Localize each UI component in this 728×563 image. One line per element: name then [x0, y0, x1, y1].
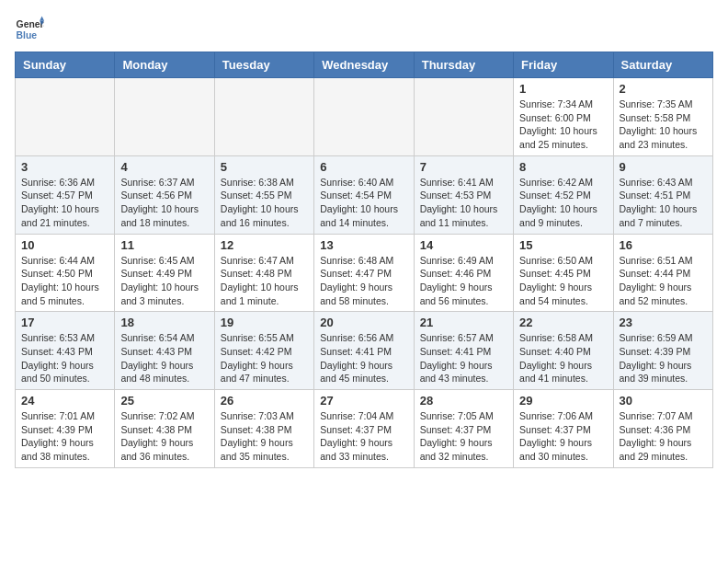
calendar-day-cell: 16Sunrise: 6:51 AMSunset: 4:44 PMDayligh…: [613, 234, 712, 312]
column-header-monday: Monday: [115, 52, 214, 78]
day-info: Sunrise: 6:47 AMSunset: 4:48 PMDaylight:…: [221, 254, 308, 308]
calendar-day-cell: 14Sunrise: 6:49 AMSunset: 4:46 PMDayligh…: [414, 234, 513, 312]
day-info: Sunrise: 6:44 AMSunset: 4:50 PMDaylight:…: [21, 254, 108, 308]
day-number: 8: [519, 160, 607, 174]
column-header-friday: Friday: [514, 52, 613, 78]
calendar-day-cell: 28Sunrise: 7:05 AMSunset: 4:37 PMDayligh…: [414, 390, 513, 468]
calendar-week-row: 24Sunrise: 7:01 AMSunset: 4:39 PMDayligh…: [16, 390, 713, 468]
svg-marker-2: [40, 17, 44, 21]
calendar-day-cell: 19Sunrise: 6:55 AMSunset: 4:42 PMDayligh…: [214, 312, 313, 390]
day-info: Sunrise: 6:50 AMSunset: 4:45 PMDaylight:…: [519, 254, 607, 308]
day-number: 5: [221, 160, 308, 174]
day-info: Sunrise: 7:35 AMSunset: 5:58 PMDaylight:…: [620, 98, 707, 152]
calendar-day-cell: 29Sunrise: 7:06 AMSunset: 4:37 PMDayligh…: [514, 390, 613, 468]
day-number: 3: [21, 160, 108, 174]
day-number: 25: [120, 394, 208, 408]
calendar-day-cell: [214, 78, 313, 156]
day-info: Sunrise: 7:34 AMSunset: 6:00 PMDaylight:…: [519, 98, 607, 152]
day-number: 30: [620, 394, 707, 408]
logo: General Blue: [15, 15, 44, 44]
day-info: Sunrise: 6:58 AMSunset: 4:40 PMDaylight:…: [519, 331, 607, 385]
day-info: Sunrise: 6:41 AMSunset: 4:53 PMDaylight:…: [420, 176, 507, 230]
column-header-thursday: Thursday: [414, 52, 513, 78]
day-number: 29: [519, 394, 607, 408]
day-info: Sunrise: 6:36 AMSunset: 4:57 PMDaylight:…: [21, 176, 108, 230]
calendar-day-cell: 15Sunrise: 6:50 AMSunset: 4:45 PMDayligh…: [514, 234, 613, 312]
day-number: 10: [21, 238, 108, 252]
day-number: 15: [519, 238, 607, 252]
day-number: 17: [21, 316, 108, 329]
day-info: Sunrise: 6:54 AMSunset: 4:43 PMDaylight:…: [120, 331, 208, 385]
calendar-day-cell: 23Sunrise: 6:59 AMSunset: 4:39 PMDayligh…: [613, 312, 712, 390]
day-number: 24: [21, 394, 108, 408]
calendar-day-cell: 4Sunrise: 6:37 AMSunset: 4:56 PMDaylight…: [115, 155, 214, 234]
calendar-day-cell: 6Sunrise: 6:40 AMSunset: 4:54 PMDaylight…: [314, 155, 414, 234]
day-number: 13: [320, 238, 407, 252]
day-number: 2: [620, 82, 707, 96]
svg-text:General: General: [17, 19, 44, 29]
calendar-day-cell: 9Sunrise: 6:43 AMSunset: 4:51 PMDaylight…: [613, 155, 712, 234]
calendar-day-cell: [414, 78, 513, 156]
day-number: 19: [221, 316, 308, 329]
day-number: 16: [620, 238, 707, 252]
day-info: Sunrise: 7:05 AMSunset: 4:37 PMDaylight:…: [420, 409, 507, 464]
calendar-day-cell: 30Sunrise: 7:07 AMSunset: 4:36 PMDayligh…: [613, 390, 712, 468]
day-info: Sunrise: 6:53 AMSunset: 4:43 PMDaylight:…: [21, 331, 108, 385]
day-info: Sunrise: 6:38 AMSunset: 4:55 PMDaylight:…: [221, 176, 308, 230]
calendar-day-cell: [115, 78, 214, 156]
calendar-day-cell: 24Sunrise: 7:01 AMSunset: 4:39 PMDayligh…: [16, 390, 115, 468]
day-number: 12: [221, 238, 308, 252]
column-header-saturday: Saturday: [613, 52, 712, 78]
day-info: Sunrise: 6:42 AMSunset: 4:52 PMDaylight:…: [519, 176, 607, 230]
day-info: Sunrise: 7:07 AMSunset: 4:36 PMDaylight:…: [620, 409, 707, 464]
calendar-day-cell: 26Sunrise: 7:03 AMSunset: 4:38 PMDayligh…: [214, 390, 313, 468]
day-number: 28: [420, 394, 507, 408]
day-info: Sunrise: 6:48 AMSunset: 4:47 PMDaylight:…: [320, 254, 407, 308]
column-header-sunday: Sunday: [16, 52, 115, 78]
column-header-wednesday: Wednesday: [314, 52, 414, 78]
day-number: 20: [320, 316, 407, 329]
day-number: 11: [120, 238, 208, 252]
day-number: 6: [320, 160, 407, 174]
calendar-header-row: SundayMondayTuesdayWednesdayThursdayFrid…: [16, 52, 713, 78]
day-number: 22: [519, 316, 607, 329]
day-number: 27: [320, 394, 407, 408]
day-info: Sunrise: 6:49 AMSunset: 4:46 PMDaylight:…: [420, 254, 507, 308]
day-number: 9: [620, 160, 707, 174]
day-info: Sunrise: 6:59 AMSunset: 4:39 PMDaylight:…: [620, 331, 707, 385]
day-number: 14: [420, 238, 507, 252]
day-info: Sunrise: 6:56 AMSunset: 4:41 PMDaylight:…: [320, 331, 407, 385]
page-header: General Blue: [15, 15, 713, 44]
calendar-day-cell: 12Sunrise: 6:47 AMSunset: 4:48 PMDayligh…: [214, 234, 313, 312]
calendar-day-cell: 7Sunrise: 6:41 AMSunset: 4:53 PMDaylight…: [414, 155, 513, 234]
day-info: Sunrise: 7:01 AMSunset: 4:39 PMDaylight:…: [21, 409, 108, 464]
column-header-tuesday: Tuesday: [214, 52, 313, 78]
calendar-day-cell: 8Sunrise: 6:42 AMSunset: 4:52 PMDaylight…: [514, 155, 613, 234]
calendar-day-cell: 21Sunrise: 6:57 AMSunset: 4:41 PMDayligh…: [414, 312, 513, 390]
calendar-week-row: 10Sunrise: 6:44 AMSunset: 4:50 PMDayligh…: [16, 234, 713, 312]
logo-icon: General Blue: [15, 15, 44, 44]
calendar-day-cell: 2Sunrise: 7:35 AMSunset: 5:58 PMDaylight…: [613, 78, 712, 156]
calendar-day-cell: 20Sunrise: 6:56 AMSunset: 4:41 PMDayligh…: [314, 312, 414, 390]
day-number: 4: [120, 160, 208, 174]
day-info: Sunrise: 6:43 AMSunset: 4:51 PMDaylight:…: [620, 176, 707, 230]
day-info: Sunrise: 7:04 AMSunset: 4:37 PMDaylight:…: [320, 409, 407, 464]
calendar-table: SundayMondayTuesdayWednesdayThursdayFrid…: [15, 52, 713, 468]
calendar-day-cell: 10Sunrise: 6:44 AMSunset: 4:50 PMDayligh…: [16, 234, 115, 312]
calendar-day-cell: 3Sunrise: 6:36 AMSunset: 4:57 PMDaylight…: [16, 155, 115, 234]
calendar-day-cell: 5Sunrise: 6:38 AMSunset: 4:55 PMDaylight…: [214, 155, 313, 234]
day-info: Sunrise: 7:02 AMSunset: 4:38 PMDaylight:…: [120, 409, 208, 464]
day-info: Sunrise: 6:37 AMSunset: 4:56 PMDaylight:…: [120, 176, 208, 230]
day-info: Sunrise: 7:03 AMSunset: 4:38 PMDaylight:…: [221, 409, 308, 464]
calendar-day-cell: 1Sunrise: 7:34 AMSunset: 6:00 PMDaylight…: [514, 78, 613, 156]
day-number: 21: [420, 316, 507, 329]
day-number: 23: [620, 316, 707, 329]
day-number: 1: [519, 82, 607, 96]
calendar-week-row: 3Sunrise: 6:36 AMSunset: 4:57 PMDaylight…: [16, 155, 713, 234]
day-info: Sunrise: 7:06 AMSunset: 4:37 PMDaylight:…: [519, 409, 607, 464]
calendar-day-cell: 17Sunrise: 6:53 AMSunset: 4:43 PMDayligh…: [16, 312, 115, 390]
calendar-day-cell: 25Sunrise: 7:02 AMSunset: 4:38 PMDayligh…: [115, 390, 214, 468]
calendar-day-cell: 13Sunrise: 6:48 AMSunset: 4:47 PMDayligh…: [314, 234, 414, 312]
day-number: 7: [420, 160, 507, 174]
day-info: Sunrise: 6:57 AMSunset: 4:41 PMDaylight:…: [420, 331, 507, 385]
